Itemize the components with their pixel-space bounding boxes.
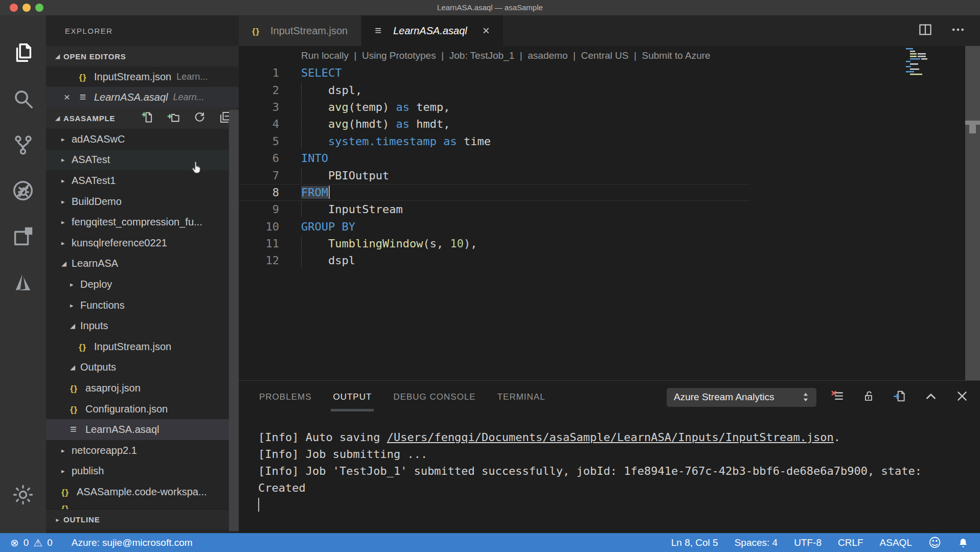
tree-item[interactable]: ▸ASATest	[46, 150, 239, 171]
refresh-icon[interactable]	[193, 110, 207, 126]
code-line[interactable]: 11 TumblingWindow(s, 10),	[239, 235, 750, 252]
code-line[interactable]: 3 avg(temp) as temp,	[239, 99, 750, 116]
new-file-icon[interactable]	[141, 110, 154, 126]
tree-item[interactable]: {}Configuration.json	[46, 399, 239, 420]
sidebar-scrollbar[interactable]	[229, 110, 239, 531]
code-line[interactable]: 8FROM	[239, 184, 750, 201]
tree-item[interactable]: ▸BuildDemo	[46, 191, 239, 212]
tree-item[interactable]: {}InputStream.json	[46, 336, 239, 357]
search-icon[interactable]	[0, 76, 46, 122]
tree-item[interactable]: ▸Functions	[46, 295, 239, 316]
code-line[interactable]: 6INTO	[239, 150, 750, 167]
tree-item[interactable]: ◢Outputs	[46, 357, 239, 378]
code-editor[interactable]: Run locally | Using Prototypes | Job: Te…	[239, 46, 980, 380]
extensions-icon[interactable]	[0, 214, 46, 260]
panel-tab-terminal[interactable]: TERMINAL	[497, 381, 545, 413]
tree-item[interactable]: ▸publish	[46, 461, 239, 482]
code-text: GROUP BY	[301, 220, 355, 233]
new-folder-icon[interactable]	[167, 110, 180, 126]
codelens-command[interactable]: Central US	[581, 50, 629, 61]
status-item[interactable]: Spaces: 4	[735, 537, 778, 548]
code-line[interactable]: 2 dspl,	[239, 81, 750, 98]
errors-icon[interactable]: ⊗	[10, 537, 19, 549]
tree-item[interactable]: ▸Deploy	[46, 274, 239, 295]
tree-item[interactable]: ▸fengqitest_compression_fu...	[46, 212, 239, 233]
status-item[interactable]: CRLF	[838, 537, 863, 548]
code-line[interactable]: 5 system.timestamp as time	[239, 133, 750, 150]
codelens-command[interactable]: Run locally	[301, 50, 349, 61]
output-channel-select[interactable]: Azure Stream Analytics	[667, 388, 816, 407]
query-file-icon: ≡	[70, 423, 77, 435]
panel-tab-problems[interactable]: PROBLEMS	[259, 381, 311, 413]
status-item[interactable]: UTF-8	[794, 537, 822, 548]
close-editor-icon[interactable]: ×	[59, 91, 75, 103]
tree-item[interactable]: {}ASASample.code-workspa...	[46, 481, 239, 502]
tree-item[interactable]: ▸kunsqlreference0221	[46, 233, 239, 254]
debug-disabled-icon[interactable]	[0, 168, 46, 214]
settings-gear-icon[interactable]	[12, 472, 34, 518]
tree-item[interactable]: ◢LearnASA	[46, 254, 239, 274]
tree-item-label: Outputs	[80, 361, 116, 373]
more-actions-icon[interactable]	[950, 22, 966, 39]
codelens-command[interactable]: Using Prototypes	[362, 50, 436, 61]
codelens-separator: |	[567, 50, 581, 61]
editor-scrollbar-handle[interactable]	[965, 121, 980, 125]
editor-tab[interactable]: ≡LearnASA.asaql×	[361, 15, 504, 46]
project-section-header[interactable]: ◢ ASASAMPLE	[46, 107, 239, 129]
code-text: dspl	[301, 254, 355, 267]
open-log-file-icon[interactable]	[893, 389, 906, 405]
tree-item[interactable]: ▸adASASwC	[46, 129, 239, 150]
code-line[interactable]: 1SELECT	[239, 64, 750, 81]
panel-tab-output[interactable]: OUTPUT	[333, 381, 372, 413]
tree-item[interactable]: ≡LearnASA.asaql	[46, 419, 239, 440]
code-line[interactable]: 12 dspl	[239, 252, 750, 269]
code-line[interactable]: 7 PBIOutput	[239, 167, 750, 183]
close-icon[interactable]	[955, 389, 969, 405]
output-text: [Info] Job submitting ...	[258, 448, 427, 461]
codelens-actions: Run locally | Using Prototypes | Job: Te…	[301, 50, 711, 61]
status-item[interactable]: ASAQL	[880, 537, 912, 548]
maximize-chevron-icon[interactable]	[924, 389, 938, 405]
code-line[interactable]: 4 avg(hmdt) as hmdt,	[239, 116, 750, 132]
tree-item-label: Inputs	[80, 320, 108, 332]
open-editor-item[interactable]: {}InputStream.jsonLearn...	[46, 66, 239, 87]
output-text: [Info] Auto saving	[258, 431, 387, 444]
minimap[interactable]	[906, 47, 938, 77]
code-line[interactable]: 10GROUP BY	[239, 218, 750, 235]
open-editors-section-header[interactable]: ◢ OPEN EDITORS	[46, 46, 239, 66]
outline-section-header[interactable]: ▸ OUTLINE	[46, 509, 239, 530]
open-editor-item[interactable]: ×≡LearnASA.asaqlLearn...	[46, 87, 239, 107]
codelens-command[interactable]: Submit to Azure	[642, 50, 711, 61]
close-tab-icon[interactable]: ×	[483, 25, 490, 37]
split-editor-icon[interactable]	[918, 22, 933, 39]
editor-scrollbar[interactable]	[965, 46, 980, 380]
codelens-command[interactable]: asademo	[528, 50, 567, 61]
notifications-bell-icon[interactable]	[958, 537, 969, 548]
tree-item[interactable]: {}	[46, 502, 239, 509]
codelens-separator: |	[349, 50, 362, 61]
warnings-count[interactable]: 0	[47, 537, 53, 548]
explorer-icon[interactable]	[0, 30, 46, 76]
tree-item[interactable]: ▸ASATest1	[46, 170, 239, 191]
errors-count[interactable]: 0	[24, 537, 29, 548]
feedback-smiley-icon[interactable]: ☺	[928, 537, 941, 549]
tab-label: LearnASA.asaql	[393, 25, 467, 37]
warnings-icon[interactable]: ⚠	[33, 537, 42, 549]
source-control-icon[interactable]	[0, 122, 46, 168]
panel-tab-debug-console[interactable]: DEBUG CONSOLE	[393, 381, 475, 413]
azure-account-status[interactable]: Azure: sujie@microsoft.com	[72, 537, 193, 548]
code-line[interactable]: 9 InputStream	[239, 201, 750, 218]
tree-item[interactable]: {}asaproj.json	[46, 378, 239, 399]
output-file-link[interactable]: /Users/fengqi/Documents/asaSample/LearnA…	[387, 431, 834, 444]
codelens-separator: |	[436, 50, 449, 61]
codelens-command[interactable]: Job: TestJob_1	[449, 50, 514, 61]
status-item[interactable]: Ln 8, Col 5	[671, 537, 718, 548]
line-number: 3	[239, 101, 279, 113]
tree-item[interactable]: ◢Inputs	[46, 315, 239, 336]
azure-icon[interactable]	[0, 260, 46, 306]
editor-tab[interactable]: {}InputStream.json	[239, 15, 361, 46]
tab-label: InputStream.json	[270, 25, 348, 37]
tree-item[interactable]: ▸netcoreapp2.1	[46, 440, 239, 461]
unlock-icon[interactable]	[862, 389, 875, 405]
clear-output-icon[interactable]	[831, 389, 844, 405]
